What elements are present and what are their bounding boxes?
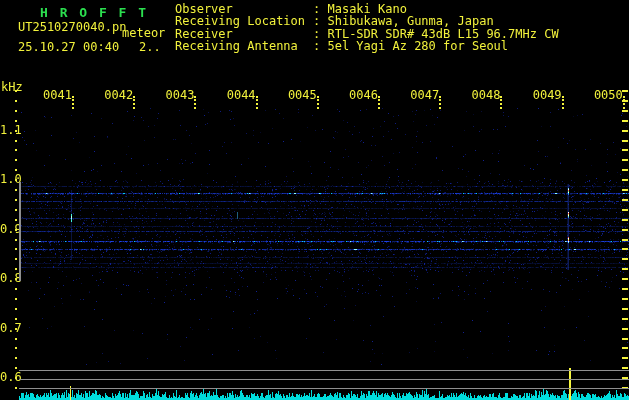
right-axis-tick <box>622 308 628 310</box>
y-minor-tick <box>15 140 17 142</box>
time-tick-mark <box>439 96 441 109</box>
info-label: Receiving Antenna <box>175 40 313 52</box>
time-tick-label: 0044 <box>226 88 256 102</box>
right-axis-tick <box>622 90 628 92</box>
y-minor-tick <box>15 377 17 379</box>
right-axis-tick <box>622 268 628 270</box>
right-axis-tick <box>622 159 628 161</box>
time-tick-label: 0046 <box>348 88 378 102</box>
right-axis-tick <box>622 248 628 250</box>
app-title: H R O F F T <box>40 5 148 20</box>
info-value: 5el Yagi Az 280 for Seoul <box>327 39 508 53</box>
y-minor-tick <box>15 169 17 171</box>
y-tick-label: 1.1 <box>0 123 22 137</box>
y-minor-tick <box>15 268 17 270</box>
spectrogram-canvas <box>0 0 629 400</box>
y-minor-tick <box>15 159 17 161</box>
level-reference-line-upper <box>19 370 629 371</box>
info-label: Receiving Location <box>175 15 313 27</box>
y-minor-tick <box>15 110 17 112</box>
right-axis-tick <box>622 209 628 211</box>
y-minor-tick <box>15 209 17 211</box>
y-minor-tick <box>15 189 17 191</box>
right-axis-tick <box>622 278 628 280</box>
time-tick-label: 0048 <box>470 88 500 102</box>
right-axis-tick <box>622 219 628 221</box>
time-tick-mark <box>256 96 258 109</box>
time-tick-mark <box>623 96 625 109</box>
right-axis-tick <box>622 169 628 171</box>
y-minor-tick <box>15 347 17 349</box>
count-band-marker-line <box>19 182 21 281</box>
level-reference-line-middle <box>19 379 629 380</box>
right-axis-tick <box>622 199 628 201</box>
y-minor-tick <box>15 338 17 340</box>
info-separator: : <box>313 39 327 53</box>
time-tick-mark <box>133 96 135 109</box>
progress-counter: 2.. <box>139 40 161 54</box>
y-minor-tick <box>15 149 17 151</box>
time-tick-label: 0047 <box>409 88 439 102</box>
y-axis-unit-label: kHz <box>1 80 23 94</box>
y-minor-tick <box>15 120 17 122</box>
right-axis-tick <box>622 357 628 359</box>
time-tick-mark <box>72 96 74 109</box>
observation-info-block: Observer: Masaki KanoReceiving Location:… <box>175 3 559 53</box>
right-axis-tick <box>622 120 628 122</box>
right-axis-tick <box>622 110 628 112</box>
right-axis-tick <box>622 239 628 241</box>
y-minor-tick <box>15 219 17 221</box>
right-axis-tick <box>622 367 628 369</box>
info-row: Receiving Antenna: 5el Yagi Az 280 for S… <box>175 40 559 52</box>
y-minor-tick <box>15 357 17 359</box>
y-minor-tick <box>15 248 17 250</box>
right-axis-tick <box>622 338 628 340</box>
time-tick-label: 0042 <box>103 88 133 102</box>
datetime-label: 25.10.27 00:40 <box>18 40 119 54</box>
y-minor-tick <box>15 328 17 330</box>
y-minor-tick <box>15 130 17 132</box>
time-tick-label: 0041 <box>42 88 72 102</box>
y-minor-tick <box>15 298 17 300</box>
right-axis-tick <box>622 229 628 231</box>
time-tick-mark <box>562 96 564 109</box>
time-tick-label: 0043 <box>164 88 194 102</box>
right-axis-tick <box>622 189 628 191</box>
right-axis-tick <box>622 258 628 260</box>
time-tick-mark <box>194 96 196 109</box>
right-axis-tick <box>622 347 628 349</box>
y-minor-tick <box>15 308 17 310</box>
y-minor-tick <box>15 258 17 260</box>
right-axis-tick <box>622 298 628 300</box>
y-tick-label: 0.6 <box>0 370 22 384</box>
time-tick-mark <box>500 96 502 109</box>
time-tick-label: 0045 <box>287 88 317 102</box>
level-reference-line-lower <box>19 388 629 389</box>
y-minor-tick <box>15 90 17 92</box>
y-minor-tick <box>15 179 17 181</box>
time-tick-label: 0050 <box>593 88 623 102</box>
right-axis-tick <box>622 288 628 290</box>
y-minor-tick <box>15 288 17 290</box>
right-axis-tick <box>622 328 628 330</box>
right-axis-tick <box>622 130 628 132</box>
y-minor-tick <box>15 278 17 280</box>
y-minor-tick <box>15 100 17 102</box>
y-minor-tick <box>15 229 17 231</box>
y-minor-tick <box>15 387 17 389</box>
right-axis-tick <box>622 318 628 320</box>
output-filename-label: UT2510270040.pn <box>18 20 126 34</box>
time-tick-label: 0049 <box>532 88 562 102</box>
right-axis-tick <box>622 179 628 181</box>
y-tick-label: 0.7 <box>0 321 22 335</box>
right-axis-tick <box>622 140 628 142</box>
y-minor-tick <box>15 239 17 241</box>
time-tick-mark <box>317 96 319 109</box>
y-minor-tick <box>15 367 17 369</box>
station-label: meteor <box>122 26 165 40</box>
y-minor-tick <box>15 318 17 320</box>
right-axis-tick <box>622 149 628 151</box>
y-minor-tick <box>15 199 17 201</box>
hrofft-screenshot: H R O F F T UT2510270040.pn meteor 25.10… <box>0 0 629 400</box>
time-tick-mark <box>378 96 380 109</box>
